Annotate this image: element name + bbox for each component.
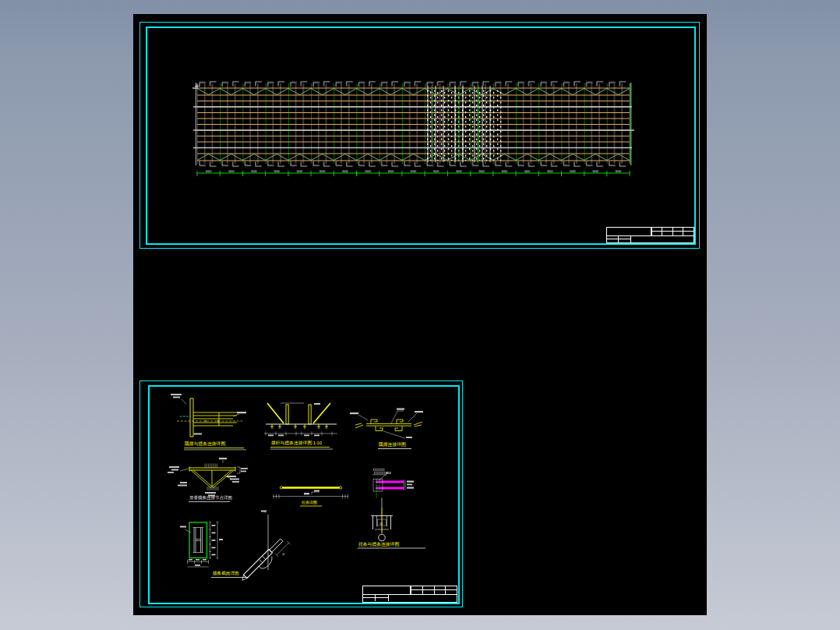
angle-label: 45 — [281, 552, 285, 556]
rod-eye — [379, 534, 386, 541]
bay-dimension: 6000 — [547, 170, 553, 173]
cad-canvas[interactable]: 6000 6000 6000 6000 6000 6000 6000 6000 … — [133, 14, 707, 615]
bay-dimension: 6000 — [206, 170, 212, 173]
bay-dimension: 6000 — [228, 170, 235, 173]
bay-dimension: 6000 — [274, 170, 281, 173]
bay-dimension: 6000 — [342, 170, 348, 173]
bolt-label: M12 — [386, 472, 391, 475]
bay-dimension: 6000 — [297, 170, 303, 173]
bay-dimension: 6000 — [478, 170, 485, 173]
title-block-grid — [651, 228, 694, 235]
title-block-name-cell — [607, 228, 651, 235]
detail-ridge-truss: 屋脊檩条连接节点详图 — [168, 458, 248, 502]
detail-diagonal-brace: 45 — [240, 511, 293, 589]
bay-dimension: 6000 — [616, 170, 622, 173]
title-block-bottom-sheet — [362, 586, 457, 603]
bay-dimension: 6000 — [365, 170, 371, 173]
leader-note — [168, 466, 248, 496]
detail-strut-connection: 撑杆与檩条连接详图 1:10 — [264, 403, 337, 449]
detail-title: 屋脊檩条连接节点详图 — [189, 495, 232, 501]
purlin-flange-bottom — [376, 487, 404, 490]
dimension-note — [407, 481, 414, 489]
dimension-note — [180, 525, 223, 566]
detail-tie-rod: 拉条详图 — [273, 487, 348, 506]
title-block-grid — [411, 586, 457, 594]
dimension-note — [268, 403, 320, 436]
bay-dimension: 6000 — [593, 170, 599, 173]
detail-title: 隅撑与檩条连接详图 — [185, 441, 225, 447]
detail-title: 撑杆与檩条连接详图 1:10 — [271, 440, 322, 446]
bay-dimension: 6000 — [319, 170, 326, 173]
bay-dimension: 6000 — [524, 170, 531, 173]
purlin-layout-drawing: 6000 6000 6000 6000 6000 6000 6000 6000 … — [195, 75, 635, 178]
detail-rod-purlin-connection: M12 20 拉条与檩条连接详图 — [358, 469, 425, 549]
detail-title: 檩条截面详图 — [213, 571, 239, 575]
bay-dimension: 6000 — [251, 170, 257, 173]
detail-title: 拉条详图 — [302, 500, 317, 505]
title-block-top-sheet — [606, 227, 694, 243]
detail-clip-connection: 隅撑连接详图 — [350, 409, 423, 449]
bay-dimension: 6000 — [502, 170, 508, 173]
dimension-label: 20 — [380, 522, 383, 526]
detail-title: 隅撑连接详图 — [379, 441, 406, 448]
detail-title: 拉条与檩条连接详图 — [358, 541, 399, 547]
workspace-background: 6000 6000 6000 6000 6000 6000 6000 6000 … — [0, 0, 840, 630]
title-block-subcells — [363, 595, 389, 601]
title-block-name-cell — [363, 586, 411, 594]
purlin-flange-top — [376, 481, 404, 483]
bay-dimension: 6000 — [411, 170, 417, 173]
bay-dimension: 6000 — [388, 170, 394, 173]
detail-purlin-section: 檩条截面详图 — [180, 522, 249, 578]
leader-note — [350, 409, 423, 439]
bay-dimension: 6000 — [456, 170, 462, 173]
connection-details-drawing: 隅撑与檩条连接详图 撑杆与檩条连接详图 1:10 — [149, 388, 457, 585]
title-block-row — [363, 586, 457, 595]
detail-eave-connection: 隅撑与檩条连接详图 — [171, 394, 246, 450]
dense-annotation-zone — [425, 86, 503, 162]
bay-dimension: 6000 — [433, 170, 439, 173]
title-block-subcells — [607, 236, 631, 242]
bay-dimension: 6000 — [570, 170, 576, 173]
title-block-row — [607, 228, 694, 236]
